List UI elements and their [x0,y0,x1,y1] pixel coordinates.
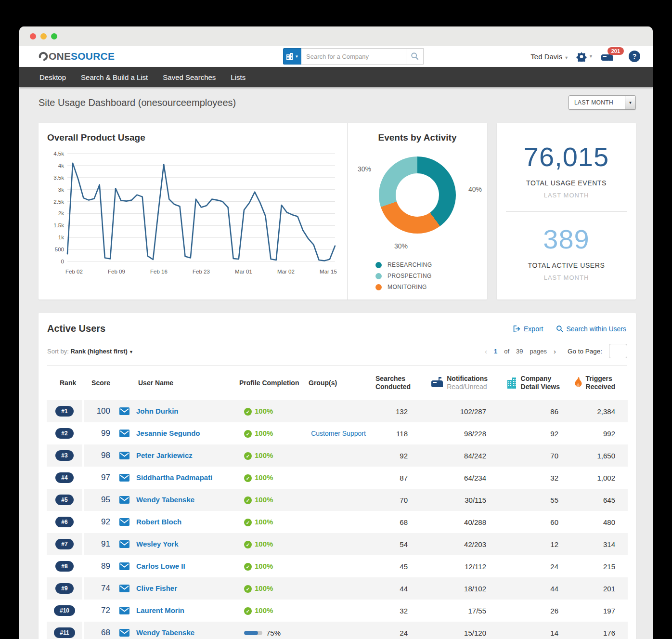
total-active-users-value: 389 [497,223,636,255]
email-cell[interactable] [112,452,136,459]
help-button[interactable]: ? [629,51,640,62]
col-triggers-received[interactable]: TriggersReceived [560,375,628,391]
profile-percent: 100% [255,473,273,482]
user-menu[interactable]: Ted Davis▼ [530,52,569,61]
table-row: #10 72 Laurent Morin ✓100% 32 17/55 26 1… [47,600,628,622]
mailbox-icon [431,377,443,389]
triggers-received-value: 2,384 [560,407,628,416]
user-name-link[interactable]: Siddhartha Padmapati [136,473,212,482]
email-cell[interactable] [112,430,136,437]
triggers-received-value: 197 [560,607,628,615]
check-icon: ✓ [244,430,252,438]
user-name-link[interactable]: Jesannie Segundo [136,429,200,437]
col-user-name[interactable]: User Name [136,379,233,387]
email-cell[interactable] [112,407,136,415]
email-cell[interactable] [112,585,136,592]
next-page-button[interactable]: › [554,347,556,355]
col-profile-completion[interactable]: Profile Completion [233,379,305,387]
col-notifications[interactable]: NotificationsRead/Unread [411,375,488,391]
profile-completion-cell: ✓100% [233,606,305,615]
searches-conducted-value: 54 [372,540,411,548]
notifications-value: 84/242 [411,452,488,460]
period-selector[interactable]: LAST MONTH ▼ [569,95,636,110]
profile-completion-cell: ✓100% [233,451,305,460]
logo-source-text: SOURCE [71,51,115,62]
table-row: #4 97 Siddhartha Padmapati ✓100% 87 64/2… [47,467,628,489]
col-searches-conducted[interactable]: SearchesConducted [372,375,411,391]
profile-percent: 100% [255,407,273,415]
user-name-link[interactable]: Peter Jarkiewicz [136,451,193,459]
svg-text:4.5k: 4.5k [53,151,64,156]
email-cell[interactable] [112,518,136,526]
sort-by: Sort by: Rank (highest first)▼ [47,348,133,355]
legend-item-monitoring: MONITORING [375,284,487,290]
page-content: Site Usage Dashboard (onesourceemployees… [19,95,653,639]
notifications-button[interactable]: 201 [601,51,613,62]
envelope-icon [119,496,129,504]
user-name-link[interactable]: Robert Bloch [136,518,181,526]
table-row: #11 68 Wendy Tabenske ✓ 75% 24 15/120 14… [47,622,628,639]
onesource-logo[interactable]: ONESOURCE [39,51,115,62]
profile-completion-cell: ✓100% [233,407,305,416]
notifications-value: 12/112 [411,562,488,571]
triggers-received-value: 480 [560,518,628,526]
building-icon [507,377,517,389]
rank-badge: #9 [55,583,73,594]
close-window-icon[interactable] [30,33,36,39]
search-category-button[interactable]: ▼ [283,48,301,65]
chevron-down-icon: ▼ [129,350,133,354]
profile-percent: 100% [255,584,273,592]
search-within-users-button[interactable]: Search within Users [556,325,627,333]
nav-item-saved-searches[interactable]: Saved Searches [163,73,216,81]
col-rank[interactable]: Rank [47,379,84,387]
prev-page-button[interactable]: ‹ [485,347,487,355]
events-donut-chart [379,156,456,234]
total-active-users-sublabel: LAST MONTH [497,274,636,281]
rank-cell: #6 [47,511,84,533]
table-row: #6 92 Robert Bloch ✓100% 68 40/288 60 48… [47,511,628,533]
user-name-link[interactable]: Carlos Lowe II [136,562,185,570]
group-link[interactable]: Customer Support [311,430,366,437]
col-groups[interactable]: Group(s) [305,379,372,387]
user-name-link[interactable]: Wendy Tabenske [136,496,194,504]
email-cell[interactable] [112,562,136,570]
nav-item-desktop[interactable]: Desktop [39,73,66,81]
user-name-link[interactable]: Clive Fisher [136,584,177,592]
nav-item-search-build-list[interactable]: Search & Build a List [81,73,148,81]
score-value: 100 [84,406,112,416]
company-search-input[interactable] [301,48,406,65]
goto-page-input[interactable] [609,344,627,358]
profile-completion-cell: ✓100% [233,518,305,527]
window-titlebar [19,26,653,46]
rank-cell: #8 [47,555,84,577]
triggers-received-value: 201 [560,585,628,593]
slice-label-prospecting: 30% [358,165,371,173]
email-cell[interactable] [112,496,136,504]
col-score[interactable]: Score [84,379,112,387]
export-button[interactable]: Export [512,325,543,333]
email-cell[interactable] [112,474,136,482]
user-name-link[interactable]: Wesley York [136,540,179,548]
maximize-window-icon[interactable] [51,33,57,39]
company-detail-views-value: 26 [488,607,560,615]
user-name-link[interactable]: John Durkin [136,407,179,415]
minimize-window-icon[interactable] [40,33,47,39]
settings-menu[interactable]: ▼ [576,51,593,62]
col-company-detail-views[interactable]: CompanyDetail Views [488,375,560,391]
donut-legend: RESEARCHING PROSPECTING MONITORING [375,261,487,290]
triggers-received-value: 992 [560,430,628,438]
user-name-link[interactable]: Wendy Tabenske [136,628,194,637]
profile-completion-cell: ✓100% [233,473,305,483]
search-submit-button[interactable] [406,48,424,65]
nav-item-lists[interactable]: Lists [231,73,246,81]
score-value: 72 [84,606,112,615]
email-cell[interactable] [112,629,136,637]
table-body: #1 100 John Durkin ✓100% 132 102/287 86 … [47,400,628,639]
svg-text:Feb 23: Feb 23 [193,269,210,274]
email-cell[interactable] [112,607,136,614]
rank-badge: #4 [55,472,73,483]
user-name-link[interactable]: Laurent Morin [136,606,184,614]
email-cell[interactable] [112,540,136,548]
sort-value-dropdown[interactable]: Rank (highest first)▼ [70,348,133,355]
company-detail-views-value: 55 [488,496,560,504]
